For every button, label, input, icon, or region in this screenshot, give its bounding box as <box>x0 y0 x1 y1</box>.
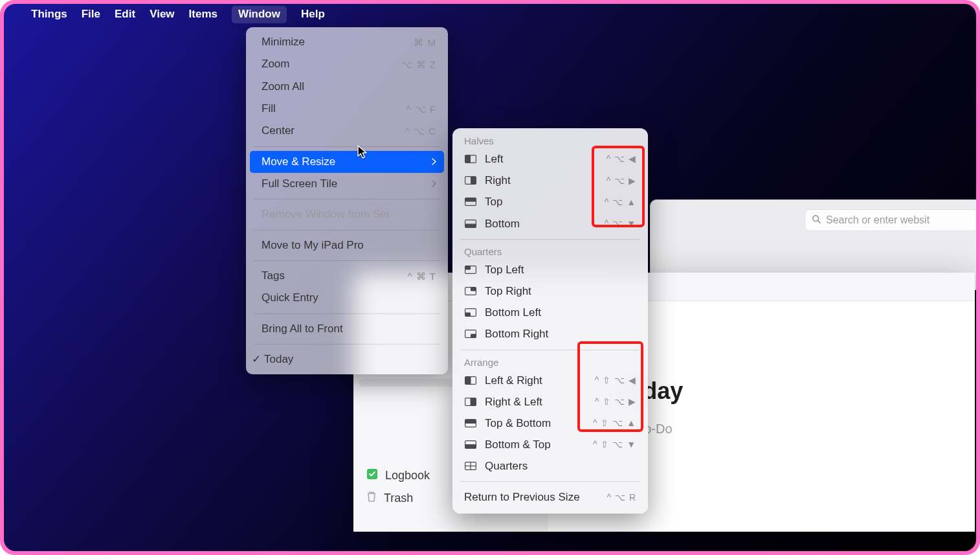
submenu-arr-bt[interactable]: Bottom & Top ^ ⇧ ⌥ ▼ <box>452 434 648 455</box>
logbook-icon <box>366 468 378 483</box>
menu-today-label: Today <box>264 351 293 368</box>
submenu-header-halves: Halves <box>452 133 648 148</box>
arrange-bt-icon <box>464 440 477 449</box>
svg-rect-6 <box>471 177 476 185</box>
menubar-app-name[interactable]: Things <box>31 8 67 21</box>
submenu-arr-rl-shortcut: ^ ⇧ ⌥ ▶ <box>595 394 636 409</box>
menu-zoom-shortcut: ⌥ ⌘ Z <box>401 57 437 72</box>
submenu-separator <box>460 239 640 240</box>
menu-minimize[interactable]: Minimize ⌘ M <box>246 31 448 53</box>
sidebar-trash-label: Trash <box>384 492 413 505</box>
submenu-arr-quarters[interactable]: Quarters <box>452 455 648 477</box>
menubar-view[interactable]: View <box>150 8 174 21</box>
submenu-return-label: Return to Previous Size <box>464 488 607 506</box>
submenu-arr-lr[interactable]: Left & Right ^ ⇧ ⌥ ◀ <box>452 370 648 391</box>
menu-zoom-label: Zoom <box>262 56 289 73</box>
half-top-icon <box>464 198 477 207</box>
menu-zoom-all[interactable]: Zoom All <box>246 76 448 98</box>
menu-center-shortcut: ^ ⌥ C <box>405 124 436 139</box>
move-resize-submenu: Halves Left ^ ⌥ ◀ Right ^ ⌥ ▶ Top ^ ⌥ ▲ … <box>452 128 648 514</box>
menu-bring-front[interactable]: Bring All to Front <box>246 318 448 340</box>
quarter-bl-icon <box>464 308 477 317</box>
menu-move-resize[interactable]: Move & Resize <box>250 151 444 173</box>
search-icon <box>812 214 821 226</box>
menu-move-resize-label: Move & Resize <box>262 153 335 170</box>
svg-rect-18 <box>471 334 476 338</box>
submenu-half-top-label: Top <box>485 193 605 210</box>
submenu-q-tl-label: Top Left <box>485 261 636 278</box>
trash-icon <box>366 491 377 506</box>
submenu-half-left[interactable]: Left ^ ⌥ ◀ <box>452 148 648 170</box>
submenu-q-br[interactable]: Bottom Right <box>452 323 648 345</box>
menu-fst-label: Full Screen Tile <box>262 176 337 192</box>
arrange-lr-icon <box>464 376 477 385</box>
submenu-return[interactable]: Return to Previous Size ^ ⌥ R <box>452 486 648 508</box>
submenu-half-bottom[interactable]: Bottom ^ ⌥ ▼ <box>452 213 648 234</box>
menu-separator <box>254 313 440 314</box>
window-menu: Minimize ⌘ M Zoom ⌥ ⌘ Z Zoom All Fill ^ … <box>246 27 448 374</box>
submenu-half-right[interactable]: Right ^ ⌥ ▶ <box>452 170 648 191</box>
menu-separator <box>254 146 440 147</box>
submenu-separator <box>460 481 640 482</box>
submenu-arr-tb[interactable]: Top & Bottom ^ ⇧ ⌥ ▲ <box>452 413 648 434</box>
half-bottom-icon <box>464 219 477 228</box>
svg-rect-26 <box>465 420 476 424</box>
menubar-edit[interactable]: Edit <box>115 8 135 21</box>
svg-rect-10 <box>465 223 476 227</box>
submenu-arr-tb-label: Top & Bottom <box>485 414 593 432</box>
menu-full-screen-tile[interactable]: Full Screen Tile <box>246 173 448 195</box>
chevron-right-icon <box>432 153 436 170</box>
menu-zoom[interactable]: Zoom ⌥ ⌘ Z <box>246 53 448 75</box>
submenu-arr-rl[interactable]: Right & Left ^ ⇧ ⌥ ▶ <box>452 391 648 413</box>
menu-separator <box>254 344 440 345</box>
svg-rect-16 <box>465 313 471 317</box>
submenu-arr-tb-shortcut: ^ ⇧ ⌥ ▲ <box>593 416 636 430</box>
menubar-window[interactable]: Window <box>232 6 287 23</box>
submenu-half-left-label: Left <box>485 150 607 168</box>
sidebar-logbook-label: Logbook <box>385 469 430 482</box>
submenu-half-top-shortcut: ^ ⌥ ▲ <box>605 195 636 209</box>
submenu-separator <box>460 350 640 350</box>
menu-minimize-shortcut: ⌘ M <box>414 35 436 50</box>
submenu-q-bl-label: Bottom Left <box>485 304 636 321</box>
submenu-return-shortcut: ^ ⌥ R <box>607 490 636 504</box>
menu-remove-label: Remove Window from Set <box>262 206 389 223</box>
svg-line-1 <box>818 221 821 223</box>
submenu-half-bottom-shortcut: ^ ⌥ ▼ <box>605 216 636 231</box>
menu-fill-shortcut: ^ ⌥ F <box>406 102 436 117</box>
menubar-help[interactable]: Help <box>301 8 325 21</box>
svg-rect-12 <box>465 266 471 269</box>
submenu-q-bl[interactable]: Bottom Left <box>452 302 648 323</box>
svg-rect-4 <box>465 155 471 163</box>
half-right-icon <box>464 176 477 185</box>
menu-tags-label: Tags <box>262 267 285 284</box>
menu-move-to-ipad[interactable]: Move to My iPad Pro <box>246 234 448 256</box>
submenu-header-arrange: Arrange <box>452 355 648 370</box>
menu-separator <box>254 260 440 261</box>
menu-fill[interactable]: Fill ^ ⌥ F <box>246 98 448 120</box>
menu-quick-entry[interactable]: Quick Entry <box>246 287 448 309</box>
submenu-q-br-label: Bottom Right <box>485 325 636 343</box>
menu-tags-shortcut: ^ ⌘ T <box>408 269 436 284</box>
submenu-half-right-shortcut: ^ ⌥ ▶ <box>607 174 636 188</box>
submenu-q-tr[interactable]: Top Right <box>452 280 648 302</box>
menubar-file[interactable]: File <box>82 8 100 21</box>
arrange-tb-icon <box>464 418 477 427</box>
menu-fill-label: Fill <box>262 100 276 117</box>
submenu-q-tr-label: Top Right <box>485 282 636 300</box>
menu-tags[interactable]: Tags ^ ⌘ T <box>246 265 448 287</box>
submenu-half-bottom-label: Bottom <box>485 215 605 232</box>
submenu-arr-quarters-label: Quarters <box>485 457 636 475</box>
cursor-pointer-icon <box>357 145 368 159</box>
macos-menubar: Things File Edit View Items Window Help <box>4 4 976 25</box>
safari-search-field[interactable]: Search or enter websit <box>805 209 976 231</box>
submenu-arr-bt-shortcut: ^ ⇧ ⌥ ▼ <box>593 437 636 451</box>
menubar-items[interactable]: Items <box>189 8 217 21</box>
svg-rect-23 <box>471 398 476 405</box>
menu-window-today[interactable]: ✓ Today <box>246 348 448 370</box>
menu-center[interactable]: Center ^ ⌥ C <box>246 120 448 142</box>
quarter-br-icon <box>464 330 477 339</box>
submenu-half-top[interactable]: Top ^ ⌥ ▲ <box>452 191 648 212</box>
submenu-q-tl[interactable]: Top Left <box>452 259 648 280</box>
arrange-rl-icon <box>464 397 477 406</box>
